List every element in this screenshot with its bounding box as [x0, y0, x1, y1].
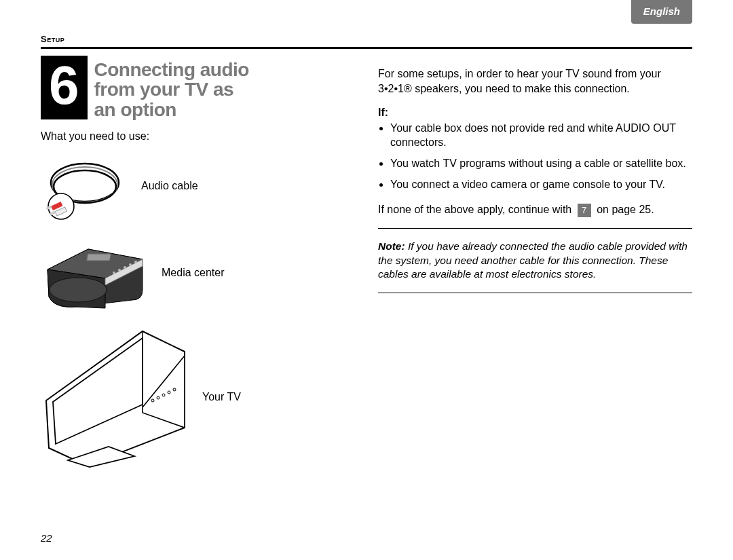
note-rule-bottom — [378, 293, 692, 293]
svg-point-11 — [118, 269, 121, 272]
tv-icon — [41, 326, 190, 468]
header-rule — [41, 47, 692, 49]
item-audio-cable: Audio cable — [41, 152, 355, 220]
page-number: 22 — [41, 532, 52, 544]
language-tab: English — [631, 0, 692, 24]
step-title: Connecting audio from your TV as an opti… — [88, 56, 249, 119]
svg-point-13 — [129, 263, 132, 266]
note-rule-top — [378, 228, 692, 229]
svg-rect-9 — [87, 254, 111, 261]
list-item: You watch TV programs without using a ca… — [390, 157, 692, 171]
section-header: Setup — [41, 34, 692, 44]
right-column: For some setups, in order to hear your T… — [378, 56, 692, 481]
if-heading: If: — [378, 107, 388, 118]
audio-cable-label: Audio cable — [141, 180, 198, 192]
step-number: 6 — [41, 56, 88, 119]
step-ref-badge: 7 — [578, 204, 591, 217]
page-content: Setup 6 Connecting audio from your TV as… — [41, 34, 692, 481]
left-column: 6 Connecting audio from your TV as an op… — [41, 56, 355, 481]
item-tv: Your TV — [41, 326, 355, 468]
intro-paragraph: For some setups, in order to hear your T… — [378, 67, 692, 96]
svg-point-10 — [113, 272, 115, 274]
what-you-need-label: What you need to use: — [41, 130, 355, 143]
conditions-list: Your cable box does not provide red and … — [378, 122, 692, 191]
media-center-label: Media center — [162, 267, 225, 279]
svg-point-14 — [134, 261, 137, 263]
svg-point-12 — [124, 266, 126, 269]
step-heading: 6 Connecting audio from your TV as an op… — [41, 56, 355, 119]
svg-point-8 — [50, 278, 107, 302]
item-media-center: Media center — [41, 232, 355, 314]
note-text: Note: If you have already connected the … — [378, 240, 692, 282]
audio-cable-icon — [41, 152, 129, 220]
tv-label: Your TV — [202, 391, 241, 403]
media-center-icon — [41, 232, 149, 314]
list-item: Your cable box does not provide red and … — [390, 122, 692, 150]
list-item: You connect a video camera or game conso… — [390, 178, 692, 192]
continue-instruction: If none of the above apply, continue wit… — [378, 202, 692, 217]
